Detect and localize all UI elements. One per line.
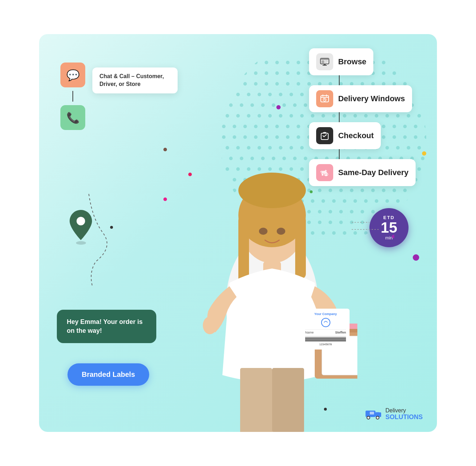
- svg-point-81: [293, 103, 297, 107]
- svg-point-276: [407, 199, 410, 203]
- svg-point-98: [247, 114, 250, 118]
- barcode-5: [305, 341, 346, 342]
- svg-point-330: [238, 173, 306, 208]
- svg-point-258: [393, 189, 396, 192]
- svg-point-94: [204, 114, 208, 118]
- svg-point-100: [268, 114, 272, 118]
- svg-point-61: [300, 93, 304, 96]
- chat-call-label-text: Chat & Call – Customer, Driver, or Store: [99, 73, 164, 87]
- svg-point-342: [321, 318, 330, 327]
- svg-point-181: [417, 146, 421, 150]
- svg-point-54: [226, 93, 229, 96]
- svg-point-272: [364, 199, 368, 203]
- svg-point-351: [367, 417, 369, 419]
- svg-point-99: [258, 114, 261, 118]
- svg-point-274: [385, 199, 389, 203]
- browse-label: Browse: [338, 57, 366, 66]
- barcode-1: [305, 337, 346, 337]
- svg-point-114: [417, 114, 421, 118]
- flow-item-browse: Browse: [309, 48, 373, 75]
- person-area: Your Company Name Steffen 12345678: [187, 126, 357, 432]
- svg-rect-307: [320, 58, 329, 60]
- svg-point-22: [286, 71, 290, 75]
- svg-point-223: [417, 167, 421, 171]
- accent-dot-purple: [413, 254, 419, 261]
- svg-point-2: [243, 61, 247, 64]
- svg-point-287: [371, 210, 375, 213]
- svg-point-257: [382, 189, 385, 192]
- svg-point-332: [277, 228, 285, 235]
- delivery-solutions-logo: Delivery SOLUTIONS: [365, 407, 423, 421]
- svg-point-58: [268, 93, 272, 96]
- svg-point-23: [297, 71, 300, 75]
- svg-point-36: [243, 82, 247, 86]
- svg-point-37: [254, 82, 258, 86]
- main-container: // Generate dots: [39, 34, 437, 432]
- svg-point-56: [247, 93, 250, 96]
- svg-rect-340: [240, 368, 272, 432]
- svg-point-21: [275, 71, 279, 75]
- dashed-path: [82, 190, 153, 297]
- delivery-windows-label: Delivery Windows: [338, 94, 405, 103]
- barcode-4: [305, 340, 346, 341]
- svg-point-39: [275, 82, 279, 86]
- ds-solutions-text: SOLUTIONS: [385, 414, 423, 421]
- barcode-3: [305, 339, 346, 340]
- accent-dot-yellow: [422, 151, 426, 156]
- svg-point-77: [250, 103, 254, 107]
- browse-icon-box: [316, 53, 333, 70]
- svg-point-96: [226, 114, 229, 118]
- svg-point-20: [265, 71, 268, 75]
- svg-point-97: [236, 114, 240, 118]
- chat-icon-box: 💬: [60, 63, 85, 87]
- svg-line-319: [325, 100, 325, 100]
- branded-labels-button[interactable]: Branded Labels: [67, 363, 149, 386]
- svg-point-3: [254, 61, 258, 64]
- delivery-windows-icon-box: [316, 90, 333, 107]
- svg-point-60: [290, 93, 293, 96]
- svg-point-17: [233, 71, 236, 75]
- browse-icon: [320, 58, 329, 66]
- svg-point-40: [286, 82, 290, 86]
- svg-point-18: [243, 71, 247, 75]
- svg-point-115: [428, 114, 432, 118]
- svg-point-35: [233, 82, 236, 86]
- svg-point-53: [215, 93, 218, 96]
- svg-point-137: [424, 125, 428, 128]
- svg-point-103: [300, 114, 304, 118]
- svg-point-80: [282, 103, 286, 107]
- svg-point-82: [304, 103, 307, 107]
- svg-point-75: [229, 103, 233, 107]
- barcode-number: 12345678: [305, 343, 346, 346]
- svg-rect-341: [272, 368, 304, 432]
- phone-icon: 📞: [66, 112, 80, 124]
- svg-rect-335: [206, 318, 211, 331]
- svg-point-273: [375, 199, 378, 203]
- svg-rect-308: [321, 60, 324, 63]
- label-logo-icon: [320, 317, 331, 328]
- ds-text: Delivery SOLUTIONS: [385, 407, 423, 421]
- svg-point-4: [265, 61, 268, 64]
- svg-point-73: [208, 103, 211, 107]
- svg-point-275: [396, 199, 400, 203]
- svg-point-34: [222, 82, 226, 86]
- connector-line1: [72, 91, 73, 102]
- chat-bubble-message: Hey Emma! Your order is on the way!: [67, 318, 142, 334]
- svg-point-259: [403, 189, 407, 192]
- svg-point-59: [279, 93, 282, 96]
- svg-point-95: [215, 114, 218, 118]
- svg-point-7: [297, 61, 300, 64]
- svg-point-93: [421, 103, 424, 107]
- barcode-2: [305, 338, 346, 338]
- svg-point-256: [371, 189, 375, 192]
- svg-point-79: [272, 103, 275, 107]
- chat-bubble: Hey Emma! Your order is on the way!: [57, 310, 156, 343]
- svg-point-78: [261, 103, 265, 107]
- flow-item-delivery-windows: Delivery Windows: [309, 85, 412, 112]
- etd-connector-lines: [352, 219, 394, 240]
- svg-rect-329: [295, 215, 306, 279]
- svg-point-331: [259, 228, 267, 235]
- svg-point-5: [275, 61, 279, 64]
- svg-point-159: [424, 135, 428, 139]
- ds-delivery-text: Delivery: [385, 407, 423, 414]
